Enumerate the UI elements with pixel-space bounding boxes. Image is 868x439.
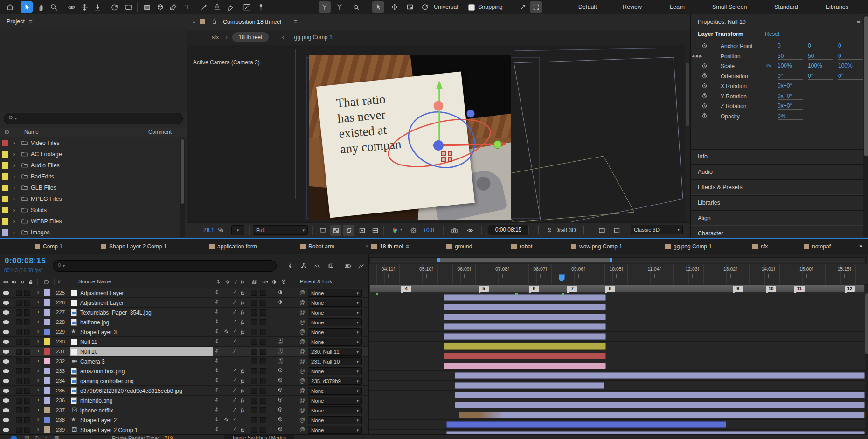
gizmo-handle-top[interactable] [434, 101, 444, 111]
layer-duration-bar[interactable] [459, 412, 865, 418]
comp-tab[interactable]: Robot arm [300, 239, 334, 254]
timeline-search-input[interactable]: ▾ [53, 260, 277, 272]
roto-brush-tool[interactable] [241, 1, 253, 13]
layer-name[interactable]: gaming controller.png [80, 378, 134, 384]
label-color-swatch[interactable] [44, 348, 50, 355]
film-icon[interactable]: ▦ [54, 435, 59, 439]
snap-to-features-icon[interactable] [530, 1, 542, 13]
project-item[interactable]: ›MPEG Files [0, 193, 186, 205]
visibility-eye-icon[interactable] [3, 369, 9, 373]
av-toggle-box[interactable] [24, 319, 30, 325]
twirl-icon[interactable]: › [37, 328, 39, 335]
project-item[interactable]: ›GLB Files [0, 182, 186, 194]
layer-slash-switch[interactable] [231, 377, 238, 385]
comp-tab[interactable]: Comp 1 [35, 239, 62, 254]
project-column-name[interactable]: Name [24, 129, 39, 135]
layer-duration-bar[interactable] [446, 421, 726, 428]
layer-cube-switch[interactable] [277, 387, 284, 395]
visibility-eye-icon[interactable] [3, 379, 9, 383]
layer-transform-section[interactable]: Layer Transform [698, 31, 743, 37]
gizmo-handle-center[interactable] [433, 140, 444, 151]
property-value[interactable]: 50 [778, 53, 803, 60]
layer-anchor-switch[interactable] [214, 309, 220, 316]
layer-anchor-switch[interactable] [214, 367, 220, 375]
stopwatch-icon[interactable] [701, 112, 708, 121]
parent-link-dropdown[interactable]: None▾ [308, 406, 362, 414]
av-toggle-box[interactable] [16, 290, 22, 296]
pickwhip-icon[interactable]: @ [299, 377, 305, 384]
layer-slash-switch[interactable] [231, 397, 238, 405]
shape-cube-tool[interactable] [154, 1, 166, 13]
parent-link-dropdown[interactable]: None▾ [308, 318, 362, 326]
collapsed-panel-libraries[interactable]: Libraries [691, 195, 864, 210]
property-value[interactable]: 100% [838, 62, 864, 69]
av-toggle-box[interactable] [16, 417, 22, 423]
pickwhip-icon[interactable]: @ [299, 407, 305, 413]
layer-duration-bar[interactable] [444, 314, 606, 320]
pickwhip-icon[interactable]: @ [299, 426, 305, 433]
project-item[interactable]: ›WEBP Files [0, 216, 186, 227]
visibility-eye-icon[interactable] [3, 428, 9, 432]
layer-fx-switch[interactable]: fx [241, 319, 244, 325]
track-row[interactable] [369, 391, 868, 400]
layer-cube-switch[interactable] [277, 377, 284, 385]
graph-editor-icon[interactable] [355, 261, 367, 272]
pickwhip-icon[interactable]: @ [299, 329, 305, 335]
layer-row[interactable]: ›238★Shape Layer 2@None▾ [0, 415, 368, 425]
collapsed-panel-audio[interactable]: Audio [691, 164, 864, 179]
av-toggle-box[interactable] [16, 309, 22, 316]
layer-row[interactable]: ›230Null 11@None▾ [0, 337, 368, 347]
comp-marker[interactable]: 11 [794, 286, 805, 292]
label-color-swatch[interactable] [2, 229, 8, 236]
visibility-eye-icon[interactable] [3, 398, 9, 403]
layer-fx-switch[interactable]: fx [241, 398, 244, 403]
av-toggle-box[interactable] [16, 398, 22, 404]
track-row[interactable] [369, 312, 868, 322]
parent-link-dropdown[interactable]: 231. Null 10▾ [308, 357, 362, 365]
link-icon[interactable] [765, 62, 772, 70]
av-toggle-box[interactable] [16, 427, 22, 433]
project-scrollbar[interactable] [180, 138, 185, 237]
parent-link-dropdown[interactable]: None▾ [308, 397, 362, 405]
comp-tab-label[interactable]: application form [217, 243, 257, 250]
comp-marker[interactable]: 5 [479, 286, 489, 292]
layer-name[interactable]: Adjustment Layer [80, 300, 124, 306]
project-item-name[interactable]: Solids [31, 207, 47, 213]
selection-tool[interactable] [21, 1, 33, 13]
project-item-name[interactable]: GLB Files [31, 185, 56, 191]
properties-scrollbar[interactable] [863, 15, 868, 237]
layer-fx-switch[interactable]: fx [241, 407, 244, 413]
layer-row[interactable]: ›236nintendo.pngfx@None▾ [0, 396, 368, 405]
layer-slash-switch[interactable] [231, 328, 238, 336]
stopwatch-icon[interactable] [701, 102, 708, 110]
layer-slash-switch[interactable] [231, 318, 238, 326]
layer-anchor-switch[interactable] [214, 406, 220, 414]
av-toggle-box[interactable] [16, 368, 22, 374]
camera-tool[interactable] [122, 1, 134, 13]
layer-slash-switch[interactable] [231, 348, 238, 356]
twirl-icon[interactable]: › [37, 357, 39, 364]
layer-cube-switch[interactable] [277, 397, 284, 405]
layer-row[interactable]: ›234gaming controller.pngfx@235. d379b9▾ [0, 376, 368, 386]
visibility-eye-icon[interactable] [3, 340, 9, 344]
property-value[interactable]: 0x+0° [778, 103, 803, 110]
label-color-swatch[interactable] [44, 319, 50, 325]
workspace-tab-default[interactable]: Default [578, 0, 597, 14]
layer-row[interactable]: ›225Adjustment Layerfx@None▾ [0, 288, 368, 298]
av-toggle-box[interactable] [24, 339, 30, 345]
pickwhip-icon[interactable]: @ [299, 348, 305, 355]
snap-along-edges-icon[interactable] [517, 1, 529, 13]
pickwhip-icon[interactable]: @ [299, 368, 305, 374]
label-color-swatch[interactable] [2, 151, 8, 158]
visibility-eye-icon[interactable] [3, 330, 9, 334]
comp-tab[interactable]: sfx [752, 239, 768, 254]
av-toggle-box[interactable] [16, 300, 22, 306]
pickwhip-icon[interactable]: @ [299, 417, 305, 423]
comp-marker[interactable]: 12 [845, 286, 855, 292]
project-item-name[interactable]: Images [31, 229, 50, 236]
stopwatch-icon[interactable] [701, 72, 708, 81]
playhead-line[interactable] [562, 284, 562, 439]
home-tool[interactable] [4, 1, 16, 13]
label-color-swatch[interactable] [2, 218, 8, 225]
world-axis-mode[interactable] [333, 1, 346, 13]
